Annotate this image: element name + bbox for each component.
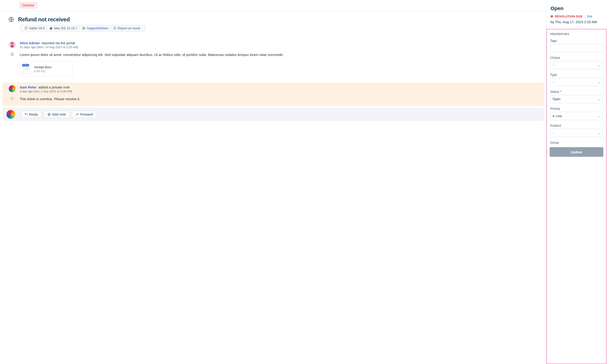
message-entry: Alice Adrian reported via the portal 21 … (2, 38, 544, 81)
overdue-badge: Overdue (19, 2, 37, 8)
update-button[interactable]: Update (550, 147, 603, 157)
timestamp: 21 days ago (Mon, 14 Aug 2023 at 2:20 AM… (20, 45, 539, 49)
reply-icon (25, 113, 28, 116)
choice-label: Choice (550, 56, 603, 60)
path-meta[interactable]: /support/tickets (80, 26, 110, 30)
sidebar: Open RESOLUTION DUE | Edit by Thu, Aug 1… (546, 0, 607, 364)
avatar (9, 41, 16, 48)
attachment-name: receipt.docx (34, 65, 51, 69)
os-meta: Mac OS 10.15.7 (47, 26, 80, 30)
globe-icon (82, 26, 85, 30)
browser-text: Safari 16.5 (29, 26, 45, 30)
resolution-due-label: RESOLUTION DUE (555, 15, 582, 18)
priority-dot-icon (553, 115, 554, 117)
svg-rect-7 (11, 45, 14, 47)
compass-icon (25, 26, 28, 30)
priority-label: Priority (550, 107, 603, 110)
os-text: Mac OS 10.15.7 (54, 26, 77, 30)
globe-icon (9, 17, 14, 22)
reply-button[interactable]: Reply (21, 111, 41, 118)
report-icon (113, 26, 116, 30)
apple-icon (50, 26, 53, 30)
attachment-size: 8.99 KB (34, 69, 51, 73)
overdue-dot-icon (551, 15, 553, 18)
attachment-card[interactable]: DOCX receipt.docx 8.99 KB (20, 61, 72, 77)
properties-title: PROPERTIES (550, 33, 603, 36)
edit-due-link[interactable]: Edit (587, 15, 592, 18)
browser-meta: Safari 16.5 (22, 26, 47, 30)
path-link: /support/tickets (87, 26, 108, 30)
type-select[interactable]: -- ⌄ (550, 78, 603, 86)
timestamp: a day ago (Sat, 2 Sep 2023 at 2:08 PM) (20, 90, 539, 93)
top-strip: Overdue (0, 0, 546, 11)
report-issue-meta[interactable]: Report an issue (111, 26, 142, 30)
author-action: reported via the portal (41, 41, 75, 45)
status-heading: Open (551, 5, 603, 12)
author-name[interactable]: Sam Peter (20, 85, 37, 89)
message-body: This ticket is overdue. Please resolve i… (20, 96, 80, 102)
note-icon (47, 113, 51, 116)
properties-panel: PROPERTIES Tags Choice -- ⌄ Type -- ⌄ (546, 29, 607, 364)
add-note-button[interactable]: Add note (44, 111, 69, 118)
chevron-down-icon: ⌄ (598, 114, 600, 118)
type-label: Type (550, 73, 603, 77)
chevron-down-icon: ⌄ (598, 131, 600, 135)
author-name[interactable]: Alice Adrian (20, 41, 40, 45)
note-icon (9, 96, 16, 100)
status-label: Status * (550, 90, 603, 93)
chevron-down-icon: ⌄ (598, 97, 600, 101)
svg-point-8 (11, 43, 13, 45)
avatar (6, 110, 15, 119)
reply-actions-bar: Reply Add note Forward (2, 108, 544, 121)
forward-button[interactable]: Forward (72, 111, 96, 118)
status-select[interactable]: Open ⌄ (550, 95, 603, 103)
priority-select[interactable]: Low ⌄ (550, 112, 603, 120)
choice-select[interactable]: -- ⌄ (550, 61, 603, 69)
message-body: Lorem ipsum dolor sit amet, consectetur … (20, 52, 284, 57)
private-note-entry: Sam Peter added a private note a day ago… (2, 82, 544, 106)
svg-rect-10 (11, 97, 13, 100)
group-label: Group (550, 141, 603, 144)
tags-input[interactable] (550, 44, 603, 52)
resolution-due-time: by Thu, Aug 17, 2023 2:20 AM (551, 19, 603, 24)
svg-marker-2 (26, 28, 27, 29)
globe-icon (9, 52, 16, 56)
tags-label: Tags (550, 39, 603, 43)
forward-icon (75, 113, 79, 116)
product-label: Product (550, 124, 603, 128)
avatar (9, 85, 16, 92)
author-action: added a private note (38, 85, 70, 89)
chevron-down-icon: ⌄ (598, 63, 600, 67)
docx-icon: DOCX (22, 64, 31, 74)
product-select[interactable]: -- ⌄ (550, 129, 603, 137)
chevron-down-icon: ⌄ (598, 80, 600, 84)
page-title: Refund not received (18, 16, 70, 23)
context-metadata: Safari 16.5 Mac OS 10.15.7 /support/tick… (20, 25, 145, 31)
report-issue-link: Report an issue (118, 26, 140, 30)
